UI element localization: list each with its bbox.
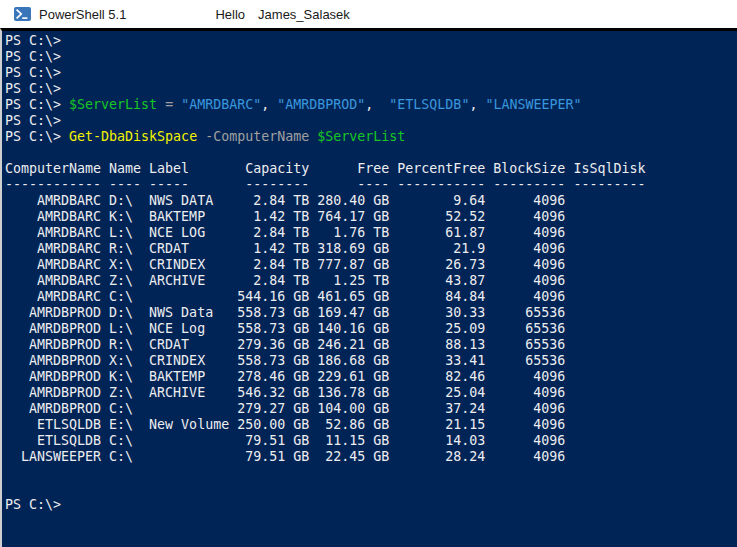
table-row: AMRDBPROD K:\ BAKTEMP 278.46 GB 229.61 G… (5, 369, 737, 385)
token-text: PS C:\> (5, 81, 61, 96)
token-text: AMRDBPROD D:\ NWS Data 558.73 GB 169.47 … (5, 305, 645, 320)
token-text: AMRDBARC K:\ BAKTEMP 1.42 TB 764.17 GB 5… (5, 209, 645, 224)
token-text: PS C:\> (5, 33, 61, 48)
token-text: AMRDBARC X:\ CRINDEX 2.84 TB 777.87 GB 2… (5, 257, 645, 272)
table-row: AMRDBPROD D:\ NWS Data 558.73 GB 169.47 … (5, 305, 737, 321)
prompt-line: PS C:\> (5, 33, 737, 49)
token-text: PS C:\> (5, 129, 69, 144)
token-text: , (365, 97, 389, 112)
token-string: "AMRDBPROD" (277, 97, 365, 112)
token-text: AMRDBPROD R:\ CRDAT 279.36 GB 246.21 GB … (5, 337, 645, 352)
token-text: , (469, 97, 485, 112)
blank-line (5, 145, 737, 161)
token-text (197, 129, 205, 144)
token-variable: $ServerList (69, 97, 157, 112)
token-text: ComputerName Name Label Capacity Free Pe… (5, 161, 645, 176)
command-line: PS C:\> Get-DbaDiskSpace -ComputerName $… (5, 129, 737, 145)
token-text (157, 97, 165, 112)
prompt-line: PS C:\> (5, 65, 737, 81)
token-string: "LANSWEEPER" (485, 97, 581, 112)
token-string: "ETLSQLDB" (389, 97, 469, 112)
table-row: AMRDBPROD X:\ CRINDEX 558.73 GB 186.68 G… (5, 353, 737, 369)
blank-line (5, 465, 737, 481)
token-variable: $ServerList (317, 129, 405, 144)
greeting-label: Hello (215, 7, 245, 22)
table-row: AMRDBPROD L:\ NCE Log 558.73 GB 140.16 G… (5, 321, 737, 337)
command-line: PS C:\> $ServerList = "AMRDBARC", "AMRDB… (5, 97, 737, 113)
token-text (173, 97, 181, 112)
window-title: PowerShell 5.1 (39, 7, 126, 22)
table-row: AMRDBARC Z:\ ARCHIVE 2.84 TB 1.25 TB 43.… (5, 273, 737, 289)
token-text: PS C:\> (5, 113, 61, 128)
token-text: AMRDBPROD K:\ BAKTEMP 278.46 GB 229.61 G… (5, 369, 645, 384)
prompt-line: PS C:\> (5, 81, 737, 97)
table-row: AMRDBARC X:\ CRINDEX 2.84 TB 777.87 GB 2… (5, 257, 737, 273)
table-row: LANSWEEPER C:\ 79.51 GB 22.45 GB 28.24 4… (5, 449, 737, 465)
token-text: AMRDBPROD X:\ CRINDEX 558.73 GB 186.68 G… (5, 353, 645, 368)
token-text: AMRDBPROD C:\ 279.27 GB 104.00 GB 37.24 … (5, 401, 645, 416)
table-row: AMRDBARC K:\ BAKTEMP 1.42 TB 764.17 GB 5… (5, 209, 737, 225)
token-text: LANSWEEPER C:\ 79.51 GB 22.45 GB 28.24 4… (5, 449, 645, 464)
token-command: Get-DbaDiskSpace (69, 129, 197, 144)
table-row: ETLSQLDB C:\ 79.51 GB 11.15 GB 14.03 409… (5, 433, 737, 449)
console[interactable]: PS C:\>PS C:\>PS C:\>PS C:\>PS C:\> $Ser… (0, 28, 737, 547)
table-row: AMRDBARC D:\ NWS DATA 2.84 TB 280.40 GB … (5, 193, 737, 209)
blank-line (5, 481, 737, 497)
token-text: AMRDBARC D:\ NWS DATA 2.84 TB 280.40 GB … (5, 193, 645, 208)
token-text: PS C:\> (5, 497, 61, 512)
table-row: AMRDBPROD C:\ 279.27 GB 104.00 GB 37.24 … (5, 401, 737, 417)
prompt-line: PS C:\> (5, 497, 737, 513)
titlebar: PowerShell 5.1 Hello James_Salasek (0, 0, 737, 28)
table-row: AMRDBPROD Z:\ ARCHIVE 546.32 GB 136.78 G… (5, 385, 737, 401)
table-row: AMRDBPROD R:\ CRDAT 279.36 GB 246.21 GB … (5, 337, 737, 353)
token-operator: = (165, 97, 173, 112)
token-text: AMRDBARC L:\ NCE LOG 2.84 TB 1.76 TB 61.… (5, 225, 645, 240)
table-header: ComputerName Name Label Capacity Free Pe… (5, 161, 737, 177)
powershell-icon[interactable] (14, 7, 31, 21)
table-row: ETLSQLDB E:\ New Volume 250.00 GB 52.86 … (5, 417, 737, 433)
table-row: AMRDBARC R:\ CRDAT 1.42 TB 318.69 GB 21.… (5, 241, 737, 257)
token-text: ETLSQLDB E:\ New Volume 250.00 GB 52.86 … (5, 417, 645, 432)
token-text: AMRDBARC R:\ CRDAT 1.42 TB 318.69 GB 21.… (5, 241, 645, 256)
token-parameter: -ComputerName (205, 129, 309, 144)
table-row: AMRDBARC L:\ NCE LOG 2.84 TB 1.76 TB 61.… (5, 225, 737, 241)
table-row: AMRDBARC C:\ 544.16 GB 461.65 GB 84.84 4… (5, 289, 737, 305)
table-divider: ------------ ---- ----- -------- ---- --… (5, 177, 737, 193)
token-text: PS C:\> (5, 65, 61, 80)
token-text: ------------ ---- ----- -------- ---- --… (5, 177, 645, 192)
token-text: AMRDBPROD L:\ NCE Log 558.73 GB 140.16 G… (5, 321, 645, 336)
token-text: AMRDBPROD Z:\ ARCHIVE 546.32 GB 136.78 G… (5, 385, 645, 400)
username-label: James_Salasek (258, 7, 350, 22)
token-text: , (261, 97, 277, 112)
prompt-line: PS C:\> (5, 49, 737, 65)
token-text: PS C:\> (5, 97, 69, 112)
token-text: AMRDBARC C:\ 544.16 GB 461.65 GB 84.84 4… (5, 289, 645, 304)
token-text: ETLSQLDB C:\ 79.51 GB 11.15 GB 14.03 409… (5, 433, 645, 448)
prompt-line: PS C:\> (5, 113, 737, 129)
token-text: AMRDBARC Z:\ ARCHIVE 2.84 TB 1.25 TB 43.… (5, 273, 645, 288)
token-string: "AMRDBARC" (181, 97, 261, 112)
token-text: PS C:\> (5, 49, 61, 64)
